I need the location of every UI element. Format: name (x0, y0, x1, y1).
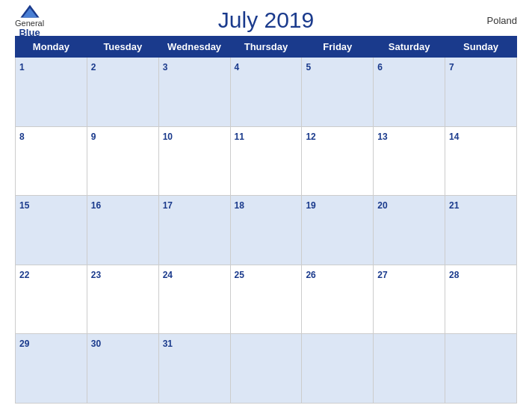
weekday-wednesday: Wednesday (158, 37, 230, 58)
day-number: 12 (306, 132, 315, 142)
calendar-cell: 7 (445, 58, 517, 127)
week-row-4: 22232425262728 (16, 265, 517, 334)
country-label: Poland (487, 15, 517, 26)
week-row-3: 15161718192021 (16, 196, 517, 265)
calendar-cell: 13 (374, 126, 445, 196)
weekday-saturday: Saturday (374, 37, 445, 58)
calendar-cell: 31 (158, 334, 230, 404)
calendar-cell: 11 (230, 126, 302, 196)
calendar-cell: 15 (16, 196, 87, 265)
day-number: 24 (163, 270, 173, 280)
calendar-cell: 1 (16, 58, 87, 127)
week-row-1: 1234567 (16, 58, 517, 127)
month-title: July 2019 (218, 7, 314, 33)
day-number: 25 (235, 270, 244, 280)
calendar-cell: 18 (230, 196, 302, 265)
logo-icon (19, 4, 40, 19)
day-number: 22 (19, 270, 29, 280)
week-row-2: 891011121314 (16, 126, 517, 196)
day-number: 14 (449, 132, 459, 142)
calendar-cell (374, 334, 445, 404)
logo-blue-text: Blue (19, 28, 40, 37)
calendar-cell: 21 (445, 196, 517, 265)
day-number: 18 (235, 200, 244, 211)
calendar-cell: 25 (230, 265, 302, 334)
weekday-thursday: Thursday (230, 37, 302, 58)
day-number: 31 (163, 339, 173, 349)
weekday-header-row: MondayTuesdayWednesdayThursdayFridaySatu… (16, 37, 517, 58)
calendar-cell (302, 334, 374, 404)
day-number: 23 (91, 270, 101, 280)
calendar-cell: 4 (230, 58, 302, 127)
calendar-cell: 27 (374, 265, 445, 334)
calendar-cell: 22 (16, 265, 87, 334)
day-number: 21 (449, 200, 459, 211)
day-number: 27 (377, 270, 387, 280)
calendar-cell: 6 (374, 58, 445, 127)
day-number: 19 (306, 200, 315, 211)
calendar-header: General Blue July 2019 Poland (15, 7, 517, 33)
day-number: 30 (91, 339, 101, 349)
calendar-cell: 14 (445, 126, 517, 196)
calendar-cell: 16 (87, 196, 158, 265)
day-number: 1 (19, 62, 25, 72)
day-number: 20 (377, 200, 387, 211)
day-number: 3 (163, 62, 168, 72)
day-number: 16 (91, 200, 101, 211)
calendar-cell (230, 334, 302, 404)
day-number: 26 (306, 270, 315, 280)
weekday-sunday: Sunday (445, 37, 517, 58)
calendar-cell: 9 (87, 126, 158, 196)
calendar-cell: 26 (302, 265, 374, 334)
logo-general-text: General (15, 19, 44, 28)
day-number: 28 (449, 270, 459, 280)
calendar-cell: 23 (87, 265, 158, 334)
calendar-cell: 19 (302, 196, 374, 265)
day-number: 6 (377, 62, 383, 72)
day-number: 10 (163, 132, 173, 142)
calendar-cell: 20 (374, 196, 445, 265)
calendar-cell: 17 (158, 196, 230, 265)
day-number: 11 (235, 132, 244, 142)
weekday-tuesday: Tuesday (87, 37, 158, 58)
calendar-cell: 29 (16, 334, 87, 404)
weekday-friday: Friday (302, 37, 374, 58)
day-number: 29 (19, 339, 29, 349)
day-number: 9 (91, 132, 96, 142)
calendar-cell (445, 334, 517, 404)
calendar-cell: 30 (87, 334, 158, 404)
calendar-cell: 10 (158, 126, 230, 196)
week-row-5: 293031 (16, 334, 517, 404)
day-number: 8 (19, 132, 25, 142)
calendar-cell: 8 (16, 126, 87, 196)
day-number: 2 (91, 62, 96, 72)
day-number: 17 (163, 200, 173, 211)
calendar-cell: 12 (302, 126, 374, 196)
logo: General Blue (15, 4, 44, 37)
day-number: 7 (449, 62, 454, 72)
calendar-cell: 5 (302, 58, 374, 127)
calendar-cell: 28 (445, 265, 517, 334)
day-number: 15 (19, 200, 29, 211)
day-number: 4 (235, 62, 240, 72)
calendar-cell: 3 (158, 58, 230, 127)
day-number: 13 (377, 132, 387, 142)
calendar-cell: 24 (158, 265, 230, 334)
weekday-monday: Monday (16, 37, 87, 58)
day-number: 5 (306, 62, 311, 72)
calendar-cell: 2 (87, 58, 158, 127)
calendar-table: MondayTuesdayWednesdayThursdayFridaySatu… (15, 36, 517, 404)
